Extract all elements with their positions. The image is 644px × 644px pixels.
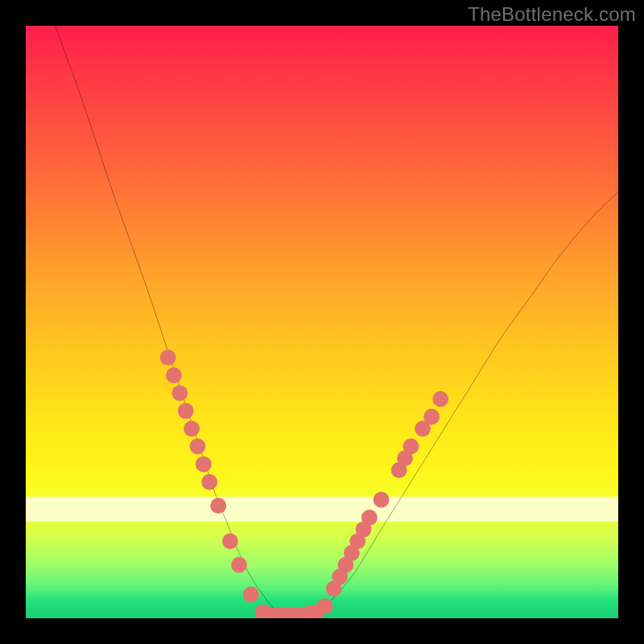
- data-point: [374, 492, 390, 508]
- data-point: [402, 439, 419, 455]
- marker-layer: [160, 349, 448, 618]
- data-point: [222, 533, 238, 549]
- chart-svg: [26, 26, 618, 618]
- data-point: [171, 385, 188, 401]
- data-point: [423, 409, 440, 425]
- watermark-text: TheBottleneck.com: [468, 3, 636, 26]
- curve-group: [56, 26, 618, 616]
- data-point: [166, 367, 182, 383]
- data-point: [184, 421, 200, 437]
- data-point: [317, 598, 333, 614]
- data-point: [178, 402, 194, 419]
- data-point: [196, 456, 212, 473]
- data-point: [201, 474, 217, 490]
- data-point: [432, 391, 448, 407]
- data-point: [231, 557, 247, 573]
- plot-area: [26, 26, 618, 618]
- data-point: [361, 510, 378, 526]
- data-point: [243, 587, 259, 603]
- data-point: [190, 439, 206, 455]
- bottleneck-line: [56, 26, 618, 616]
- data-point: [160, 349, 176, 365]
- data-point: [210, 497, 226, 514]
- chart-frame: TheBottleneck.com: [0, 0, 644, 644]
